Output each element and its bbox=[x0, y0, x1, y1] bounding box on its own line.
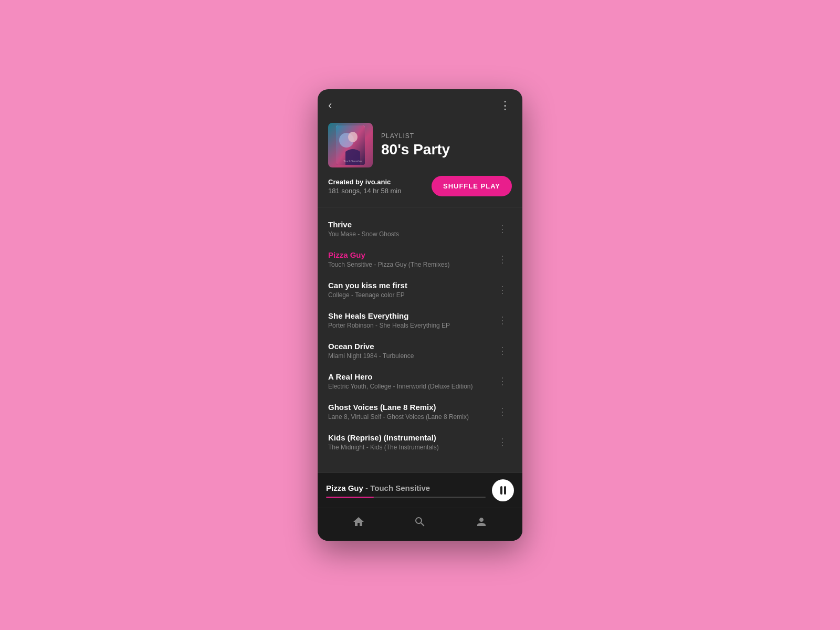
playlist-creator-block: Created by ivo.anic 181 songs, 14 hr 58 … bbox=[328, 178, 401, 195]
back-button[interactable]: ‹ bbox=[328, 100, 332, 111]
track-info: Pizza GuyTouch Sensitive - Pizza Guy (Th… bbox=[328, 250, 494, 268]
pause-icon bbox=[500, 486, 506, 495]
track-sub: Miami Night 1984 - Turbulence bbox=[328, 352, 494, 360]
track-more-button[interactable]: ⋮ bbox=[494, 404, 512, 419]
track-item[interactable]: A Real HeroElectric Youth, College - Inn… bbox=[318, 366, 522, 396]
track-name: Kids (Reprise) (Instrumental) bbox=[328, 433, 494, 442]
track-more-button[interactable]: ⋮ bbox=[494, 251, 512, 267]
track-item[interactable]: Kids (Reprise) (Instrumental)The Midnigh… bbox=[318, 427, 522, 457]
nav-search-button[interactable] bbox=[414, 516, 426, 530]
track-name: She Heals Everything bbox=[328, 311, 494, 320]
track-item[interactable]: She Heals EverythingPorter Robinson - Sh… bbox=[318, 305, 522, 335]
track-more-button[interactable]: ⋮ bbox=[494, 221, 512, 237]
now-playing-track: Pizza Guy - Touch Sensitive bbox=[326, 484, 486, 492]
track-item[interactable]: ThriveYou Mase - Snow Ghosts⋮ bbox=[318, 214, 522, 244]
track-info: She Heals EverythingPorter Robinson - Sh… bbox=[328, 311, 494, 329]
track-list: ThriveYou Mase - Snow Ghosts⋮Pizza GuyTo… bbox=[318, 209, 522, 472]
track-name: Pizza Guy bbox=[328, 250, 494, 259]
track-item[interactable]: Pizza GuyTouch Sensitive - Pizza Guy (Th… bbox=[318, 244, 522, 275]
home-icon bbox=[352, 516, 365, 530]
bottom-nav bbox=[318, 508, 522, 541]
pause-button[interactable] bbox=[492, 479, 514, 501]
track-info: ThriveYou Mase - Snow Ghosts bbox=[328, 220, 494, 238]
now-playing-info: Pizza Guy - Touch Sensitive bbox=[326, 484, 486, 498]
track-sub: The Midnight - Kids (The Instrumentals) bbox=[328, 444, 494, 451]
pause-bar-left bbox=[500, 486, 502, 495]
track-name: Can you kiss me first bbox=[328, 281, 494, 290]
user-icon bbox=[475, 516, 488, 530]
track-name: Ocean Drive bbox=[328, 342, 494, 351]
playlist-title: 80's Party bbox=[381, 142, 512, 158]
track-name: Thrive bbox=[328, 220, 494, 229]
svg-point-2 bbox=[348, 132, 358, 142]
track-item[interactable]: Can you kiss me firstCollege - Teenage c… bbox=[318, 275, 522, 305]
playlist-meta: Created by ivo.anic 181 songs, 14 hr 58 … bbox=[318, 176, 522, 207]
track-sub: Touch Sensitive - Pizza Guy (The Remixes… bbox=[328, 261, 494, 268]
track-item[interactable]: Ocean DriveMiami Night 1984 - Turbulence… bbox=[318, 335, 522, 366]
track-more-button[interactable]: ⋮ bbox=[494, 343, 512, 359]
track-info: Kids (Reprise) (Instrumental)The Midnigh… bbox=[328, 433, 494, 451]
now-playing-artist: Touch Sensitive bbox=[370, 484, 430, 492]
track-name: A Real Hero bbox=[328, 372, 494, 381]
phone-container: ‹ ⋮ bbox=[318, 89, 522, 541]
now-playing-separator: - bbox=[363, 484, 370, 492]
progress-bar bbox=[326, 497, 486, 498]
nav-profile-button[interactable] bbox=[475, 516, 488, 530]
track-more-button[interactable]: ⋮ bbox=[494, 312, 512, 328]
track-name: Ghost Voices (Lane 8 Remix) bbox=[328, 403, 494, 412]
track-info: Ocean DriveMiami Night 1984 - Turbulence bbox=[328, 342, 494, 360]
track-sub: Electric Youth, College - Innerworld (De… bbox=[328, 383, 494, 390]
playlist-creator: Created by ivo.anic bbox=[328, 178, 401, 186]
pause-bar-right bbox=[504, 486, 506, 495]
now-playing-bar[interactable]: Pizza Guy - Touch Sensitive bbox=[318, 472, 522, 508]
progress-fill bbox=[326, 497, 374, 498]
track-sub: You Mase - Snow Ghosts bbox=[328, 230, 494, 238]
shuffle-play-button[interactable]: SHUFFLE PLAY bbox=[432, 176, 512, 196]
track-sub: Lane 8, Virtual Self - Ghost Voices (Lan… bbox=[328, 413, 494, 421]
track-more-button[interactable]: ⋮ bbox=[494, 373, 512, 389]
search-icon bbox=[414, 516, 426, 530]
track-sub: College - Teenage color EP bbox=[328, 291, 494, 299]
nav-home-button[interactable] bbox=[352, 516, 365, 530]
now-playing-track-name: Pizza Guy bbox=[326, 484, 363, 492]
more-button[interactable]: ⋮ bbox=[499, 99, 512, 112]
track-info: Ghost Voices (Lane 8 Remix)Lane 8, Virtu… bbox=[328, 403, 494, 421]
playlist-art: Touch Sensitive bbox=[328, 123, 373, 167]
track-more-button[interactable]: ⋮ bbox=[494, 434, 512, 450]
divider bbox=[318, 207, 522, 207]
playlist-label: PLAYLIST bbox=[381, 132, 512, 140]
track-more-button[interactable]: ⋮ bbox=[494, 282, 512, 298]
playlist-header: Touch Sensitive PLAYLIST 80's Party bbox=[318, 118, 522, 176]
playlist-info: PLAYLIST 80's Party bbox=[381, 132, 512, 158]
track-info: Can you kiss me firstCollege - Teenage c… bbox=[328, 281, 494, 299]
top-bar: ‹ ⋮ bbox=[318, 89, 522, 118]
track-sub: Porter Robinson - She Heals Everything E… bbox=[328, 322, 494, 329]
track-info: A Real HeroElectric Youth, College - Inn… bbox=[328, 372, 494, 390]
playlist-song-count: 181 songs, 14 hr 58 min bbox=[328, 187, 401, 195]
svg-text:Touch Sensitive: Touch Sensitive bbox=[343, 160, 362, 163]
track-item[interactable]: Ghost Voices (Lane 8 Remix)Lane 8, Virtu… bbox=[318, 396, 522, 427]
